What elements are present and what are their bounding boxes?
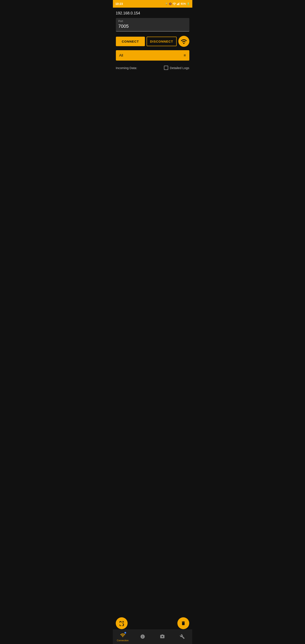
signal-icon — [177, 2, 180, 6]
battery-level: 91% — [181, 2, 186, 5]
wifi-button[interactable] — [178, 36, 189, 47]
battery-icon: 🔋 — [187, 2, 190, 5]
wifi-icon — [172, 2, 176, 6]
filter-dropdown[interactable]: All ≡ — [116, 50, 189, 60]
dropdown-arrow-icon: ≡ — [184, 53, 186, 58]
detailed-logs-label: Detailed Logs — [170, 66, 189, 70]
port-label: Port — [118, 20, 187, 23]
buttons-row: CONNECT DISCONNECT — [116, 36, 189, 47]
detailed-logs-row: Detailed Logs — [164, 66, 189, 70]
svg-rect-1 — [178, 4, 178, 5]
svg-rect-0 — [177, 4, 178, 5]
status-icons: 🔒 🔕 91% 🔋 — [165, 2, 190, 6]
incoming-row: Incoming Data: Detailed Logs — [116, 66, 189, 70]
ip-address: 192.168.0.154 — [116, 11, 189, 16]
detailed-logs-checkbox[interactable] — [164, 66, 168, 70]
main-content: 192.168.0.154 Port 7005 CONNECT DISCONNE… — [113, 8, 192, 178]
port-value: 7005 — [118, 24, 187, 29]
disconnect-button[interactable]: DISCONNECT — [146, 37, 177, 46]
connect-button[interactable]: CONNECT — [116, 37, 145, 46]
svg-rect-3 — [180, 2, 180, 5]
dropdown-selected: All — [119, 54, 123, 58]
port-input-container[interactable]: Port 7005 — [116, 18, 189, 32]
lock-icon: 🔒 — [165, 2, 168, 5]
status-time: 10:23 — [116, 2, 123, 6]
svg-rect-2 — [178, 3, 179, 5]
log-area — [116, 72, 189, 178]
mute-icon: 🔕 — [169, 2, 172, 5]
status-bar: 10:23 🔒 🔕 91% 🔋 — [113, 0, 192, 8]
wifi-fab-icon — [181, 38, 187, 44]
incoming-label: Incoming Data: — [116, 66, 137, 70]
